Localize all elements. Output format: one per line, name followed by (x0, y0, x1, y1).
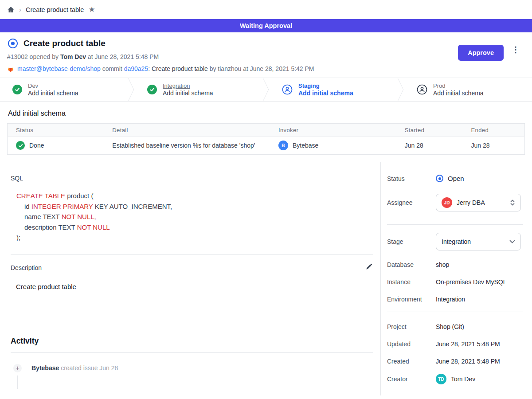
status-label: Status (387, 175, 436, 182)
stage-pending-person-icon (417, 84, 427, 95)
sidebar-instance-row: Instance On-premises Dev MySQL (387, 278, 523, 286)
sidebar-database-row: Database shop (387, 261, 523, 268)
project-value: Shop (Git) (436, 323, 464, 330)
created-value: June 28, 2021 5:48 PM (436, 358, 500, 365)
table-row[interactable]: Done Established baseline version %s for… (8, 137, 525, 155)
home-icon[interactable] (7, 6, 15, 13)
activity-divider (11, 352, 373, 353)
sql-line: CREATE TABLE product ( (16, 191, 373, 201)
stage-pending-person-icon (282, 84, 293, 95)
col-invoker: Invoker (278, 124, 405, 137)
approve-button[interactable]: Approve (458, 45, 504, 61)
environment-label: Environment (387, 296, 436, 303)
database-label: Database (387, 261, 436, 268)
issue-open-status-icon (8, 39, 18, 48)
issue-id: #13002 (7, 53, 28, 60)
section-divider (11, 254, 373, 255)
stage-task-label: Add initial schema (28, 90, 78, 97)
edit-description-pencil-icon[interactable] (364, 262, 373, 273)
task-table: Status Detail Invoker Started Ended Done… (7, 123, 525, 155)
sidebar-environment-row: Environment Integration (387, 296, 523, 303)
assignee-select[interactable]: JD Jerry DBA (436, 194, 521, 211)
environment-value: Integration (436, 296, 465, 303)
activity-title: Activity (11, 336, 373, 346)
task-ended: Jun 28 (471, 137, 525, 155)
col-detail: Detail (112, 124, 278, 137)
description-content: Create product table (16, 283, 373, 290)
sidebar-status-row: Status Open (387, 175, 523, 182)
stage-separator-chevron (262, 78, 270, 101)
sidebar-updated-row: Updated June 28, 2021 5:48 PM (387, 340, 523, 348)
stage-separator-chevron (397, 78, 404, 101)
bytebase-avatar: B (278, 141, 288, 150)
creator-label: Creator (387, 376, 436, 383)
activity-plus-icon: + (13, 364, 22, 372)
issue-sidebar: Status Open Assignee JD Jerry DBA Stage … (380, 162, 532, 395)
timeline-connector (17, 376, 18, 389)
commit-line: master@bytebase-demo/shop commit da90a25… (7, 65, 314, 72)
stage-task-label: Add initial schema (163, 90, 213, 97)
activity-item: + Bytebase created issue Jun 28 (11, 364, 373, 372)
breadcrumb: › Create product table ★ (0, 0, 532, 19)
activity-actor: Bytebase (31, 364, 59, 372)
assignee-label: Assignee (387, 199, 436, 206)
assignee-value: Jerry DBA (457, 199, 505, 206)
sql-line: ); (16, 232, 373, 243)
updated-value: June 28, 2021 5:48 PM (436, 340, 500, 348)
pipeline: DevAdd initial schema IntegrationAdd ini… (0, 78, 532, 102)
task-status: Done (29, 142, 44, 149)
col-started: Started (405, 124, 471, 137)
more-actions-icon[interactable]: ⋮ (510, 45, 521, 55)
stage-done-check-icon (12, 85, 22, 94)
banner-text: Waiting Approval (240, 22, 292, 29)
branch-repo-link[interactable]: master@bytebase-demo/shop (17, 65, 101, 72)
stage-env-label: Prod (433, 82, 484, 89)
sidebar-stage-row: Stage Integration (387, 233, 523, 250)
gitlab-icon (7, 66, 14, 72)
task-section: Add initial schema Status Detail Invoker… (0, 102, 532, 162)
sidebar-divider (387, 312, 523, 312)
activity-action: created issue Jun 28 (59, 364, 118, 372)
sidebar-assignee-row: Assignee JD Jerry DBA (387, 194, 523, 211)
stage-env-label: Staging (298, 82, 353, 89)
updated-label: Updated (387, 340, 436, 348)
pipeline-stage-staging[interactable]: StagingAdd initial schema (270, 78, 397, 101)
task-done-check-icon (16, 141, 25, 150)
instance-value: On-premises Dev MySQL (436, 278, 506, 286)
stage-task-label: Add initial schema (433, 90, 484, 97)
sql-line: id INTEGER PRIMARY KEY AUTO_INCREMENT, (16, 201, 373, 212)
stage-select[interactable]: Integration (436, 233, 521, 250)
breadcrumb-chevron-icon: › (19, 6, 21, 13)
status-value: Open (448, 175, 464, 182)
database-value: shop (436, 261, 449, 268)
task-invoker: Bytebase (293, 142, 318, 149)
pipeline-stage-prod[interactable]: ProdAdd initial schema (404, 78, 532, 101)
issue-author: Tom Dev (60, 53, 86, 60)
task-started: Jun 28 (405, 137, 471, 155)
stage-separator-chevron (128, 78, 135, 101)
instance-label: Instance (387, 278, 436, 286)
stage-task-label: Add initial schema (298, 90, 353, 97)
sidebar-created-row: Created June 28, 2021 5:48 PM (387, 358, 523, 365)
sidebar-project-row: Project Shop (Git) (387, 323, 523, 330)
sql-panel-label: SQL (11, 175, 373, 182)
assignee-avatar: JD (442, 197, 452, 208)
status-open-icon (436, 175, 443, 182)
sidebar-divider (387, 224, 523, 225)
creator-value: Tom Dev (451, 376, 475, 383)
issue-header: Create product table #13002 opened by To… (0, 32, 532, 78)
pipeline-stage-integration[interactable]: IntegrationAdd initial schema (135, 78, 262, 101)
issue-meta: #13002 opened by Tom Dev at June 28, 202… (7, 53, 314, 60)
stage-env-label: Integration (163, 82, 213, 89)
task-section-title: Add initial schema (7, 110, 525, 117)
stage-done-check-icon (147, 85, 157, 94)
stage-env-label: Dev (28, 82, 78, 89)
task-detail: Established baseline version %s for data… (112, 137, 278, 155)
pipeline-stage-dev[interactable]: DevAdd initial schema (0, 78, 128, 101)
breadcrumb-current-page: Create product table (26, 6, 84, 13)
commit-hash-link[interactable]: da90a25 (124, 65, 149, 72)
description-label: Description (11, 264, 42, 271)
sql-code-block: CREATE TABLE product ( id INTEGER PRIMAR… (16, 191, 373, 243)
favorite-star-icon[interactable]: ★ (88, 5, 95, 14)
sql-line: name TEXT NOT NULL, (16, 211, 373, 222)
